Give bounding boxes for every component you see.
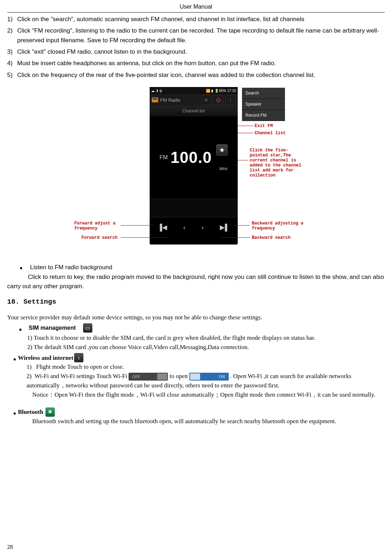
fm-radio-figure: ☁ ⬇ ψ 📶 ▮ 🔋65% 17:15 FM Radio ≡ ⏻ ⋮ Chan… [71, 87, 321, 259]
flight-text: Flight mode Touch to open or close. [36, 363, 124, 370]
bluetooth-icon: ✱ [45, 407, 55, 417]
menu-item-search[interactable]: Search [242, 88, 285, 99]
menu-item-record[interactable]: Record FM [242, 110, 285, 121]
menu-button[interactable]: ⋮ [226, 95, 236, 105]
list-num: 3) [7, 47, 17, 57]
sim-line2: 2) The default SIM card ,you can choose … [27, 343, 385, 352]
app-title: FM Radio [160, 97, 180, 103]
wifi-on-toggle[interactable]: ON [189, 373, 229, 381]
callout-line [234, 225, 250, 226]
bluetooth-body: Bluetooth switch and setting up the touc… [32, 417, 385, 426]
callout-line [121, 225, 153, 226]
num: 2) [26, 373, 32, 379]
power-button[interactable]: ⏻ [213, 95, 223, 105]
wifi-icon: 📶 [206, 89, 210, 93]
list-item: 4)Must be insert cable headphones as ant… [7, 59, 385, 68]
callout-line [221, 237, 250, 238]
bullet-item: Listen to FM radio background [20, 264, 385, 271]
wireless-title: Wireless and internet [18, 353, 73, 363]
page-number: 28 [7, 544, 13, 550]
list-item: 1)Click on the "search", automatic scann… [7, 15, 385, 24]
page-header: User Manual [7, 4, 385, 10]
wifi-off-toggle[interactable]: OFF [129, 373, 168, 381]
playback-controls: ▐◀ ‹ › ▶▌ [150, 217, 238, 237]
list-text: Click on the "search", automatic scannin… [17, 15, 385, 24]
list-item: 3)Click "exit" closed FM radio, cannot l… [7, 47, 385, 57]
cloud-icon: ☁ [151, 89, 155, 93]
wifi-pre: Wi-Fi and Wi-Fi settings Touch Wi-Fi [34, 373, 129, 379]
list-num: 4) [7, 59, 17, 68]
bullet-icon [20, 267, 22, 269]
clock-label: 17:15 [227, 89, 236, 93]
wifi-mid: to open [170, 373, 189, 379]
settings-intro: Your service provider may default some d… [7, 313, 385, 322]
callout-line [238, 160, 248, 160]
phone-mock: ☁ ⬇ ψ 📶 ▮ 🔋65% 17:15 FM Radio ≡ ⏻ ⋮ Chan… [150, 87, 238, 245]
fm-instruction-list: 1)Click on the "search", automatic scann… [7, 15, 385, 80]
wifi-line: 2) Wi-Fi and Wi-Fi settings Touch Wi-Fi … [26, 372, 385, 391]
bullet-icon [14, 358, 16, 361]
list-text: Must be insert cable headphones as anten… [17, 59, 385, 68]
download-icon: ⬇ [156, 89, 159, 93]
list-text: Click "exit" closed FM radio, cannot lis… [17, 47, 385, 57]
list-num: 2) [7, 26, 17, 45]
callout-fwd-adj: Forward adjust a frequency [74, 221, 116, 231]
callout-chlist: Channel list [255, 131, 286, 136]
header-rule [7, 12, 385, 13]
list-button[interactable]: ≡ [201, 95, 211, 105]
fwd-freq-button[interactable]: › [202, 224, 204, 231]
fm-label: FM [159, 154, 168, 161]
back-freq-button[interactable]: ‹ [183, 224, 185, 231]
battery-label: 🔋65% [214, 89, 226, 93]
signal-icon: ▮ [211, 89, 213, 93]
frequency-value: 100.0 [171, 149, 212, 166]
list-num: 1) [7, 15, 17, 24]
callout-line [238, 126, 253, 126]
sim-line1: 1) Touch it to choose or to disable the … [27, 333, 385, 343]
flight-mode-line: 1) Flight mode Touch to open or close. [26, 362, 385, 372]
callout-bwd-adj: Backward adjusting a frequency [252, 221, 304, 231]
bullet-icon [19, 329, 21, 331]
list-num: 5) [7, 71, 17, 80]
num: 1) [26, 363, 32, 370]
bullet-title: Listen to FM radio background [30, 264, 112, 271]
bullet-icon [14, 412, 16, 415]
wifi-notice: Notice：Open Wi-Fi then the flight mode，W… [32, 390, 385, 400]
list-item: 5)Click on the frequency of the rear of … [7, 71, 385, 80]
bullet-sim: SIM management ▭ [19, 323, 385, 333]
bullet-body: Click to return to key, the radio progra… [7, 272, 385, 291]
list-text: Click on the frequency of the rear of th… [17, 71, 385, 80]
tuning-ruler[interactable] [150, 199, 238, 217]
radio-icon [152, 97, 158, 102]
callout-line [238, 133, 253, 133]
list-text: Click "FM recording", listening to the r… [17, 26, 385, 45]
fm-app-header: FM Radio ≡ ⏻ ⋮ [150, 94, 238, 106]
wireless-icon: ↕ [74, 353, 83, 362]
list-item: 2)Click "FM recording", listening to the… [7, 26, 385, 45]
sim-icon: ▭ [83, 323, 92, 333]
channel-list-bar[interactable]: Channel list [150, 106, 238, 116]
callout-bwd-search: Backward search [252, 235, 291, 240]
menu-item-speaker[interactable]: Speaker [242, 99, 285, 110]
section-heading-settings: 18. Settings [7, 298, 385, 306]
sim-title: SIM management [29, 325, 76, 331]
status-bar: ☁ ⬇ ψ 📶 ▮ 🔋65% 17:15 [150, 87, 238, 94]
next-search-button[interactable]: ▶▌ [220, 223, 229, 231]
overflow-menu: Search Speaker Record FM [242, 88, 285, 121]
frequency-display: FM 100.0 ★ MHz [150, 116, 238, 199]
callout-star: Click the five- pointed star,The current… [250, 148, 301, 178]
favorite-star-button[interactable]: ★ [216, 144, 228, 156]
prev-search-button[interactable]: ▐◀ [158, 223, 167, 231]
callout-exit: Exit FM [255, 124, 273, 129]
callout-line [121, 237, 167, 238]
bluetooth-title: Bluetooth [18, 407, 43, 417]
usb-icon: ψ [160, 89, 162, 93]
mhz-label: MHz [219, 166, 228, 171]
callout-fwd-search: Forward search [82, 235, 118, 240]
